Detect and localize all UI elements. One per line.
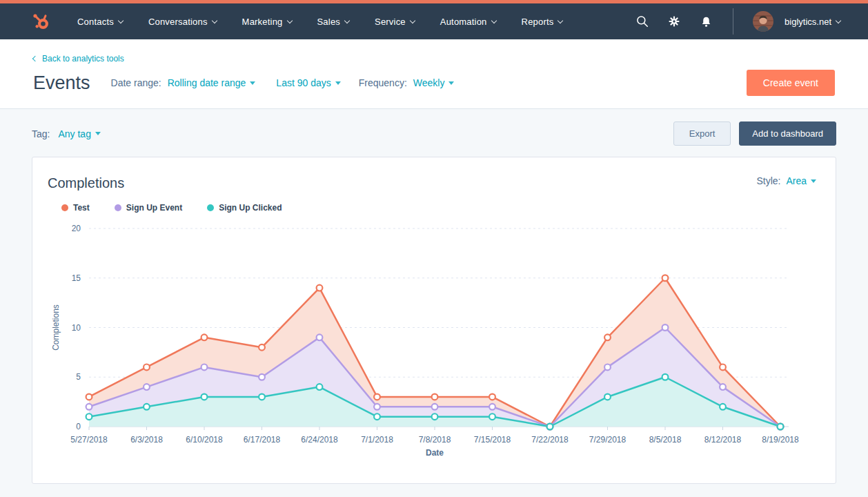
create-event-button[interactable]: Create event xyxy=(747,70,835,96)
data-point-sign-up-event[interactable] xyxy=(317,334,323,340)
nav-item-conversations[interactable]: Conversations xyxy=(148,17,217,27)
data-point-sign-up-clicked[interactable] xyxy=(778,424,784,430)
y-axis-title: Completions xyxy=(51,304,61,351)
data-point-sign-up-event[interactable] xyxy=(259,374,265,380)
data-point-test[interactable] xyxy=(604,334,611,340)
page-header: Back to analytics tools Events Date rang… xyxy=(0,39,868,109)
data-point-sign-up-clicked[interactable] xyxy=(201,394,208,400)
legend-item-sign-up-event[interactable]: Sign Up Event xyxy=(115,203,182,213)
date-range-dropdown[interactable]: Rolling date range xyxy=(168,77,256,88)
legend-item-test[interactable]: Test xyxy=(61,203,90,213)
chevron-left-icon xyxy=(32,56,38,61)
data-point-test[interactable] xyxy=(201,334,208,340)
nav-item-marketing[interactable]: Marketing xyxy=(242,17,292,27)
data-point-sign-up-clicked[interactable] xyxy=(547,424,553,430)
y-tick-label: 10 xyxy=(72,323,81,333)
caret-down-icon xyxy=(95,132,101,135)
data-point-sign-up-clicked[interactable] xyxy=(86,413,92,420)
frequency-dropdown[interactable]: Weekly xyxy=(413,77,455,88)
nav-menu: Contacts Conversations Marketing Sales S… xyxy=(77,17,562,27)
nav-utilities: biglytics.net xyxy=(635,8,840,35)
notifications-bell-icon[interactable] xyxy=(698,14,713,29)
data-point-sign-up-event[interactable] xyxy=(604,364,611,371)
data-point-sign-up-clicked[interactable] xyxy=(604,394,611,400)
tag-dropdown[interactable]: Any tag xyxy=(58,128,100,139)
data-point-test[interactable] xyxy=(489,394,495,400)
completions-card: Completions Style: Area Test Sign Up Eve… xyxy=(32,157,836,484)
add-to-dashboard-button[interactable]: Add to dashboard xyxy=(739,121,836,146)
data-point-sign-up-clicked[interactable] xyxy=(317,384,323,390)
nav-item-label: Reports xyxy=(522,17,554,27)
data-point-sign-up-clicked[interactable] xyxy=(374,413,380,420)
page-title: Events xyxy=(33,72,90,94)
divider xyxy=(733,8,733,35)
nav-item-service[interactable]: Service xyxy=(375,17,415,27)
legend-label: Test xyxy=(73,203,90,213)
x-tick-label: 7/22/2018 xyxy=(531,435,569,445)
account-menu[interactable]: biglytics.net xyxy=(785,17,840,27)
data-point-test[interactable] xyxy=(86,394,92,400)
search-icon[interactable] xyxy=(635,14,650,29)
data-point-sign-up-clicked[interactable] xyxy=(259,394,265,400)
chart-title: Completions xyxy=(48,175,124,191)
nav-item-sales[interactable]: Sales xyxy=(317,17,350,27)
nav-item-label: Contacts xyxy=(77,17,114,27)
nav-item-reports[interactable]: Reports xyxy=(522,17,563,27)
page: Contacts Conversations Marketing Sales S… xyxy=(0,0,868,484)
data-point-sign-up-event[interactable] xyxy=(432,404,438,410)
data-point-sign-up-event[interactable] xyxy=(201,364,208,371)
hubspot-logo-icon[interactable] xyxy=(30,11,51,32)
caret-down-icon xyxy=(448,81,454,85)
data-point-sign-up-event[interactable] xyxy=(86,404,92,410)
nav-item-automation[interactable]: Automation xyxy=(440,17,496,27)
data-point-sign-up-clicked[interactable] xyxy=(489,413,495,420)
data-point-test[interactable] xyxy=(662,275,669,281)
x-tick-label: 5/27/2018 xyxy=(70,435,108,445)
legend-dot xyxy=(207,204,214,211)
back-link[interactable]: Back to analytics tools xyxy=(33,54,124,64)
completions-area-chart: 051015205/27/20186/3/20186/10/20186/17/2… xyxy=(48,221,820,460)
period-value: Last 90 days xyxy=(276,77,331,88)
style-dropdown[interactable]: Area xyxy=(786,175,816,186)
data-point-sign-up-clicked[interactable] xyxy=(720,404,726,410)
nav-item-label: Sales xyxy=(317,17,341,27)
export-button[interactable]: Export xyxy=(673,121,731,146)
data-point-sign-up-clicked[interactable] xyxy=(144,404,150,410)
period-dropdown[interactable]: Last 90 days xyxy=(276,77,340,88)
legend-dot xyxy=(61,204,68,211)
tag-value: Any tag xyxy=(58,128,90,139)
data-point-test[interactable] xyxy=(432,394,438,400)
x-tick-label: 6/10/2018 xyxy=(186,435,223,445)
data-point-sign-up-event[interactable] xyxy=(662,324,669,331)
chevron-down-icon xyxy=(836,17,841,23)
frequency-label: Frequency: xyxy=(359,77,407,88)
back-link-label: Back to analytics tools xyxy=(42,54,124,64)
data-point-test[interactable] xyxy=(317,285,323,291)
x-tick-label: 8/5/2018 xyxy=(649,435,682,445)
y-tick-label: 5 xyxy=(76,372,81,382)
data-point-test[interactable] xyxy=(144,364,150,371)
header-controls: Events Date range: Rolling date range La… xyxy=(33,70,835,96)
nav-item-contacts[interactable]: Contacts xyxy=(77,17,123,27)
x-axis-title: Date xyxy=(426,448,444,457)
nav-item-label: Automation xyxy=(440,17,487,27)
legend-item-sign-up-clicked[interactable]: Sign Up Clicked xyxy=(207,203,282,213)
data-point-sign-up-event[interactable] xyxy=(144,384,150,390)
data-point-test[interactable] xyxy=(720,364,726,371)
avatar[interactable] xyxy=(753,11,773,32)
chevron-down-icon xyxy=(286,17,292,23)
settings-gear-icon[interactable] xyxy=(667,14,682,29)
data-point-test[interactable] xyxy=(259,344,265,351)
data-point-test[interactable] xyxy=(374,394,380,400)
legend-label: Sign Up Event xyxy=(126,203,182,213)
data-point-sign-up-clicked[interactable] xyxy=(432,413,438,420)
style-value: Area xyxy=(786,175,807,186)
data-point-sign-up-event[interactable] xyxy=(489,404,495,410)
data-point-sign-up-event[interactable] xyxy=(374,404,380,410)
nav-item-label: Service xyxy=(375,17,406,27)
data-point-sign-up-event[interactable] xyxy=(720,384,726,390)
x-tick-label: 7/8/2018 xyxy=(419,435,451,445)
data-point-sign-up-clicked[interactable] xyxy=(662,374,669,380)
y-tick-label: 15 xyxy=(72,273,81,283)
y-tick-label: 20 xyxy=(72,224,81,233)
